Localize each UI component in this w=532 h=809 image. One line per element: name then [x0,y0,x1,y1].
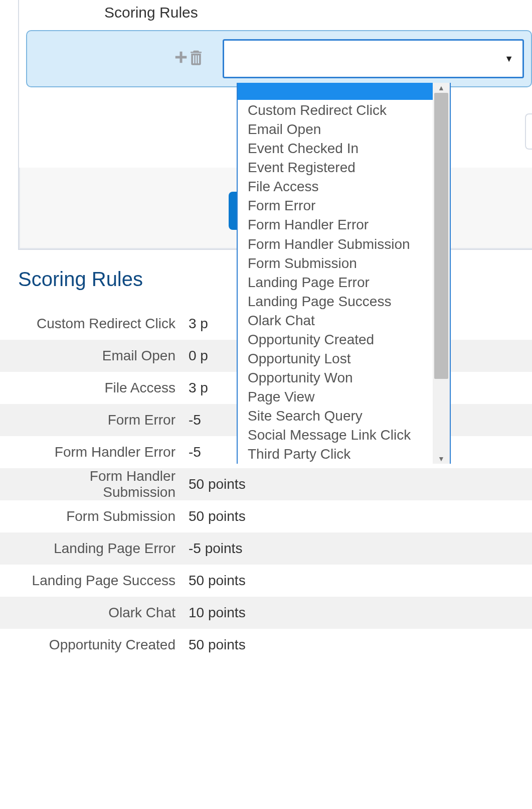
table-row: Landing Page Success50 points [0,565,532,597]
scroll-down-icon[interactable]: ▼ [438,454,445,464]
rule-value: -5 [189,444,201,460]
trash-icon[interactable] [189,49,204,69]
rule-type-dropdown: Custom Redirect ClickEmail OpenEvent Che… [237,83,451,464]
rule-value: 50 points [189,508,246,524]
table-row: Opportunity Created50 points [0,629,532,661]
rule-editor-panel: Scoring Rules ▼ Custom Redirect ClickEma… [18,0,532,250]
dropdown-item[interactable]: Social Message Link Click [248,426,450,445]
rule-value: -5 points [189,541,242,557]
rule-value: 3 p [189,316,208,332]
dropdown-item[interactable]: Opportunity Created [248,330,450,349]
dropdown-item[interactable]: Form Handler Error [248,215,450,234]
rule-label: Form Handler Submission [18,468,189,500]
dropdown-item[interactable]: Landing Page Error [248,273,450,292]
rule-label: Form Handler Error [18,444,189,460]
dropdown-item[interactable]: Form Submission [248,254,450,273]
scroll-up-icon[interactable]: ▲ [438,83,445,93]
rule-value: 50 points [189,637,246,653]
rule-value: -5 [189,412,201,428]
rule-value: 3 p [189,380,208,396]
dropdown-selected-blank[interactable] [238,83,450,100]
rule-label: Landing Page Error [18,541,189,557]
dropdown-item[interactable]: Form Error [248,196,450,215]
rule-label: Custom Redirect Click [18,316,189,332]
dropdown-item[interactable]: Event Checked In [248,139,450,158]
rule-value: 10 points [189,605,246,621]
dropdown-item[interactable]: File Access [248,177,450,196]
dropdown-item[interactable]: Site Search Query [248,407,450,426]
dropdown-item[interactable]: Form Handler Submission [248,235,450,254]
table-row: Olark Chat10 points [0,597,532,629]
new-rule-row: ▼ [26,30,532,87]
rule-label: Form Error [18,412,189,428]
rule-label: Landing Page Success [18,573,189,589]
dropdown-item[interactable]: Page View [248,387,450,407]
dropdown-scrollbar[interactable]: ▲ ▼ [433,83,450,464]
rule-label: Opportunity Created [18,637,189,653]
plus-icon[interactable] [173,50,189,68]
rule-label: File Access [18,380,189,396]
rule-label: Form Submission [18,508,189,524]
partial-field [525,113,532,150]
dropdown-item[interactable]: Opportunity Lost [248,349,450,368]
rule-value: 50 points [189,573,246,589]
dropdown-item[interactable]: Event Registered [248,158,450,177]
dropdown-item[interactable]: Custom Redirect Click [248,101,450,120]
dropdown-item[interactable]: Landing Page Success [248,292,450,311]
table-row: Landing Page Error-5 points [0,532,532,565]
panel-title: Scoring Rules [19,0,532,30]
dropdown-item[interactable]: Olark Chat [248,311,450,330]
rule-label: Email Open [18,348,189,364]
chevron-down-icon: ▼ [504,54,513,64]
rule-value: 50 points [189,476,246,492]
rule-value: 0 p [189,348,208,364]
table-row: Form Submission50 points [0,500,532,532]
scroll-thumb[interactable] [434,93,448,379]
rule-type-select[interactable]: ▼ [223,39,524,78]
rule-label: Olark Chat [18,605,189,621]
table-row: Form Handler Submission50 points [0,468,532,500]
dropdown-item[interactable]: Email Open [248,120,450,139]
rule-row-actions [32,49,223,69]
dropdown-item[interactable]: Third Party Click [248,445,450,464]
dropdown-item[interactable]: Opportunity Won [248,368,450,387]
dropdown-list: Custom Redirect ClickEmail OpenEvent Che… [238,100,450,464]
